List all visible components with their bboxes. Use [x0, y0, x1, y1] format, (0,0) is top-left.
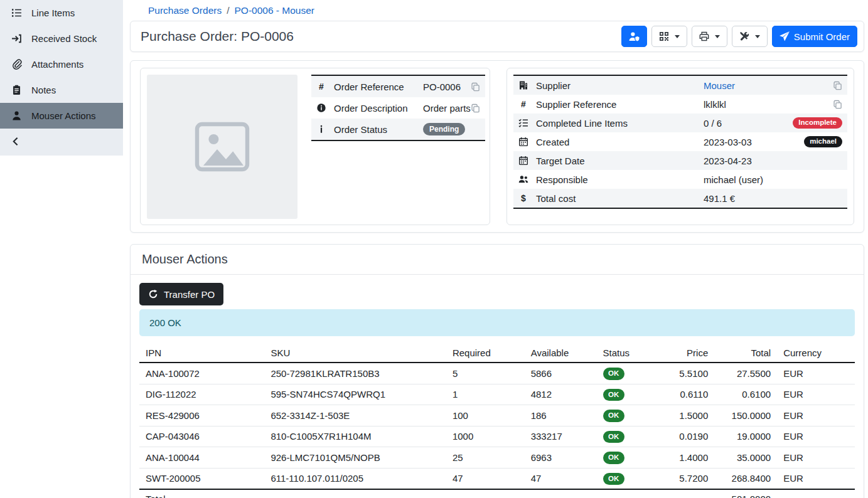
printer-icon	[699, 31, 709, 41]
detail-value: 491.1 €	[704, 193, 842, 204]
submit-order-label: Submit Order	[794, 31, 850, 42]
page-title: Purchase Order: PO-0006	[141, 29, 294, 44]
detail-value[interactable]: Mouser	[704, 80, 833, 91]
cell-currency: EUR	[777, 363, 855, 384]
detail-row-created: Created2023-03-03michael	[513, 132, 847, 151]
column-header-sku: SKU	[264, 344, 446, 363]
ok-badge: OK	[603, 452, 624, 464]
detail-row-order-status: Order StatusPending	[311, 119, 485, 140]
detail-row-responsible: Responsiblemichael (user)	[513, 170, 847, 189]
calendar-icon	[518, 137, 536, 147]
sidebar-item-line-items[interactable]: Line Items	[0, 0, 123, 26]
transfer-po-button[interactable]: Transfer PO	[139, 283, 223, 305]
column-header-price: Price	[658, 344, 714, 363]
total-label: Total	[139, 489, 264, 498]
cell-price: 0.0190	[658, 426, 714, 447]
cell-currency: EUR	[777, 447, 855, 469]
detail-value: 2023-04-23	[704, 156, 842, 166]
cell-total: 27.5500	[714, 363, 777, 384]
sidebar-item-label: Received Stock	[31, 33, 97, 44]
detail-label: Supplier	[536, 80, 704, 91]
cell-currency: EUR	[777, 405, 855, 426]
detail-row-order-reference: #Order ReferencePO-0006	[311, 76, 485, 97]
cell-price: 0.6110	[658, 384, 714, 405]
column-header-status: Status	[597, 344, 658, 363]
detail-value: 0 / 6	[704, 118, 793, 129]
hash-icon: #	[518, 99, 536, 109]
cell-ipn: CAP-043046	[139, 426, 264, 447]
cell-status: OK	[597, 447, 658, 469]
cell-available: 333217	[525, 426, 597, 447]
cell-required: 1000	[446, 426, 525, 447]
detail-row-completed-line-items: Completed Line Items0 / 6Incomplete	[513, 114, 847, 132]
cell-price: 5.5100	[658, 363, 714, 384]
breadcrumb-link-purchase-orders[interactable]: Purchase Orders	[148, 5, 222, 16]
copy-button[interactable]	[833, 100, 842, 109]
users-icon	[518, 174, 536, 184]
cell-total: 19.0000	[714, 426, 777, 447]
supplier-details-table: SupplierMouser#Supplier Referencelklklkl…	[513, 75, 847, 209]
detail-row-supplier: SupplierMouser	[513, 76, 847, 95]
detail-label: Total cost	[536, 193, 704, 204]
supplier-details-card: SupplierMouser#Supplier Referencelklklkl…	[506, 68, 854, 225]
sidebar-item-label: Mouser Actions	[31, 110, 96, 121]
main-content: Purchase Orders/PO-0006 - Mouser Purchas…	[130, 0, 864, 498]
caret-down-icon	[715, 35, 720, 38]
print-actions-button[interactable]	[692, 26, 727, 47]
copy-button[interactable]	[833, 81, 842, 90]
cell-available: 6963	[525, 447, 597, 469]
column-header-total: Total	[714, 344, 777, 363]
building-icon	[518, 80, 536, 90]
transfer-po-label: Transfer PO	[164, 289, 215, 300]
parts-row-swt-200005: SWT-200005611-110.107.011/02054747OK5.72…	[139, 468, 855, 489]
cell-total: 268.8400	[714, 468, 777, 489]
barcode-actions-button[interactable]	[651, 26, 687, 47]
submit-order-button[interactable]: Submit Order	[772, 26, 857, 47]
cell-price: 1.5000	[658, 405, 714, 426]
cell-status: OK	[597, 405, 658, 426]
breadcrumb-link-po-0006-mouser[interactable]: PO-0006 - Mouser	[234, 5, 314, 16]
order-actions-button[interactable]	[732, 26, 768, 47]
order-details-panel: #Order ReferencePO-0006Order Description…	[130, 60, 864, 233]
actions-panel-body: Transfer PO 200 OK IPNSKURequiredAvailab…	[131, 275, 864, 498]
sidebar-item-received-stock[interactable]: Received Stock	[0, 26, 123, 51]
cell-ipn: RES-429006	[139, 405, 264, 426]
column-header-currency: Currency	[777, 344, 855, 363]
info-circle-icon	[316, 103, 334, 113]
sidebar: Line ItemsReceived StockAttachmentsNotes…	[0, 0, 123, 156]
detail-value: michael (user)	[704, 174, 842, 185]
breadcrumb: Purchase Orders/PO-0006 - Mouser	[130, 0, 864, 21]
detail-value: Order parts	[423, 103, 471, 114]
hash-icon: #	[316, 82, 334, 92]
copy-button[interactable]	[471, 82, 480, 92]
cell-currency: EUR	[777, 384, 855, 405]
sidebar-item-notes[interactable]: Notes	[0, 77, 123, 103]
detail-value: 2023-03-03	[704, 137, 804, 147]
info-icon	[316, 124, 334, 134]
detail-label: Created	[536, 137, 704, 147]
parts-row-ana-100072: ANA-100072250-72981KLRATR150B355866OK5.5…	[139, 363, 855, 384]
chevron-left-icon	[11, 136, 21, 147]
copy-button[interactable]	[471, 103, 480, 113]
detail-row-supplier-reference: #Supplier Referencelklklkl	[513, 95, 847, 114]
grand-total-value: 501.0000	[714, 489, 777, 498]
sidebar-item-attachments[interactable]: Attachments	[0, 51, 123, 77]
ok-badge: OK	[603, 473, 624, 485]
sidebar-menu: Line ItemsReceived StockAttachmentsNotes…	[0, 0, 123, 129]
cell-required: 25	[446, 447, 525, 469]
sidebar-collapse-button[interactable]	[0, 129, 123, 154]
list-icon	[11, 8, 22, 18]
cell-total: 0.6100	[714, 384, 777, 405]
user-roles-button[interactable]	[621, 26, 647, 47]
page-header-panel: Purchase Order: PO-0006	[130, 21, 864, 52]
cell-price: 5.7200	[658, 468, 714, 489]
detail-label: Target Date	[536, 156, 704, 166]
parts-row-cap-043046: CAP-043046810-C1005X7R1H104M1000333217OK…	[139, 426, 855, 447]
cell-status: OK	[597, 468, 658, 489]
cell-required: 100	[446, 405, 525, 426]
paperclip-icon	[11, 59, 22, 70]
user-shield-icon	[629, 31, 640, 42]
order-image-placeholder	[147, 75, 297, 219]
sidebar-item-mouser-actions[interactable]: Mouser Actions	[0, 103, 123, 129]
caret-down-icon	[675, 35, 680, 38]
